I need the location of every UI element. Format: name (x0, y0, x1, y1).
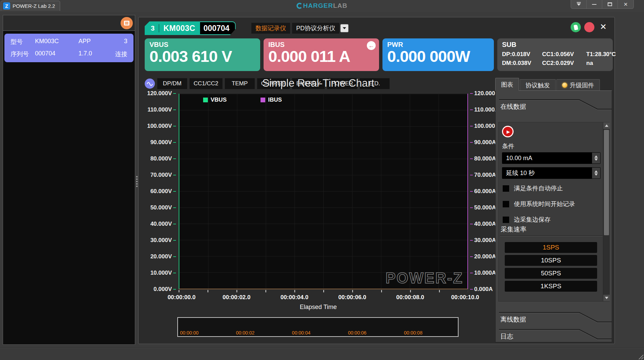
layout-grid-button[interactable] (584, 22, 594, 32)
legend-item-vbus[interactable]: VBUS (203, 97, 227, 103)
minimize-button[interactable] (587, 0, 602, 8)
sub-values: DP:0.018V CC1:0.056V T1:28.30°C DM:0.038… (502, 50, 609, 68)
x-axis-ticks (179, 290, 468, 292)
chart-tab[interactable]: TEMP (225, 78, 255, 89)
tick-mark (173, 240, 176, 241)
chart-tab[interactable]: CHARGE (257, 78, 290, 89)
sub-dp: DP:0.018V (502, 50, 542, 59)
scroll-up-button[interactable] (603, 122, 610, 129)
minimize-icon (592, 4, 596, 5)
tab-firmware-upgrade[interactable]: 升级固件 (556, 79, 600, 91)
pd-analyzer-dropdown-button[interactable] (340, 24, 348, 32)
sidebar-splitter[interactable] (136, 15, 138, 345)
export-data-button[interactable] (571, 22, 581, 32)
tab-chart[interactable]: 图表 (495, 78, 519, 91)
maximize-icon (608, 2, 612, 6)
sub-t2: na (586, 59, 616, 68)
tick-mark (173, 142, 176, 143)
device-card[interactable]: 型号 KM003C APP 3 序列号 000704 1.7.0 连接 (4, 34, 133, 62)
chart-plot-area[interactable]: VBUS IBUS POWER-Z (179, 93, 468, 289)
y-axis-label: 0.000A (470, 287, 493, 292)
rate-button-1ksps[interactable]: 1KSPS (505, 281, 597, 292)
tick-mark (173, 93, 176, 94)
rate-button-1sps[interactable]: 1SPS (505, 242, 597, 253)
device-serial-value: 000704 (35, 50, 78, 58)
settings-panel: 图表 协议触发 升级固件 在线数据 ▶ 条件 10.00 mA 延续 10 (495, 78, 612, 342)
y-axis-label: 80.000V (150, 156, 176, 161)
ibus-value: 0.000 011 A (268, 49, 375, 64)
y-axis-right-labels: 120.000A110.000A100.000A90.000A80.000A70… (470, 91, 494, 292)
device-index: 3 (151, 24, 155, 32)
x-axis-label: 00:00:00.0 (167, 294, 195, 301)
tab-pd-analyzer[interactable]: PD协议分析仪 (292, 23, 339, 34)
rate-button-10sps[interactable]: 10SPS (505, 255, 597, 266)
legend-item-ibus[interactable]: IBUS (261, 97, 282, 103)
settings-scrollbar[interactable] (603, 122, 609, 301)
threshold-spinner[interactable] (592, 153, 600, 164)
chart-tab[interactable]: DP/DM (157, 78, 187, 89)
device-list-button[interactable] (121, 17, 133, 29)
duration-input[interactable]: 延续 10 秒 (502, 167, 601, 179)
x-axis-label: 00:00:02.0 (222, 294, 250, 301)
device-list-header (3, 15, 135, 31)
chart-tab[interactable]: ENERGY (292, 78, 325, 89)
spinner-up-icon (594, 154, 598, 158)
tab-protocol-trigger[interactable]: 协议触发 (520, 79, 556, 91)
sub-t1: T1:28.30°C (586, 50, 616, 59)
chart-tab[interactable]: POWER (327, 78, 357, 89)
y-axis-label: 70.000V (150, 172, 176, 178)
tab-data-recorder[interactable]: 数据记录仪 (251, 23, 290, 34)
tick-mark (470, 175, 473, 175)
y-axis-label: 110.000V (147, 107, 176, 113)
checkbox[interactable] (503, 185, 509, 192)
device-model-value: KM003C (35, 38, 78, 46)
checkbox-row[interactable]: 使用系统时间开始记录 (503, 200, 575, 208)
offline-data-section-header[interactable]: 离线数据 (496, 311, 612, 329)
y-axis-label: 30.000A (470, 238, 496, 243)
y-axis-label: 70.000A (470, 172, 496, 178)
y-axis-label: 100.000A (470, 123, 499, 129)
record-start-button[interactable]: ▶ (502, 126, 514, 137)
y-axis-label: 40.000A (470, 221, 496, 227)
device-badge-left: 3 KM003C (145, 21, 200, 35)
device-badge[interactable]: 3 KM003C 000704 (145, 21, 236, 35)
log-section-header[interactable]: 日志 (496, 328, 612, 346)
chargerlab-c-icon (297, 3, 303, 9)
skin-menu-button[interactable] (571, 0, 587, 8)
tick-mark (173, 126, 176, 126)
checkbox-row[interactable]: 满足条件自动停止 (503, 184, 575, 192)
bulb-icon (562, 83, 567, 88)
ibus-meter-card: IBUS ← 0.000 011 A (264, 38, 379, 71)
duration-spinner[interactable] (592, 168, 600, 178)
timeline-label: 00:00:02 (236, 330, 255, 336)
tick-mark (173, 207, 176, 208)
tab-protocol-trigger-label: 协议触发 (525, 81, 550, 89)
condition-label: 条件 (502, 142, 514, 150)
online-data-section-header[interactable]: 在线数据 (496, 98, 612, 116)
close-button[interactable]: ✕ (618, 0, 633, 8)
y-axis-label: 30.000V (150, 238, 176, 243)
rate-button-50sps[interactable]: 50SPS (505, 268, 597, 279)
checkbox[interactable] (503, 217, 509, 223)
chart-tab[interactable]: CC1/CC2 (190, 78, 222, 89)
panel-close-button[interactable]: ✕ (598, 21, 609, 32)
y-axis-label: 20.000A (470, 254, 496, 259)
threshold-input[interactable]: 10.00 mA (502, 152, 601, 164)
x-axis-label: 00:00:04.0 (281, 294, 308, 301)
checkbox-label: 使用系统时间开始记录 (514, 200, 575, 208)
checkbox[interactable] (503, 201, 509, 207)
tick-mark (173, 224, 176, 224)
resize-grip[interactable] (638, 354, 643, 359)
checkbox-row[interactable]: 边采集边保存 (503, 216, 575, 224)
sub-cc1: CC1:0.056V (542, 50, 586, 59)
x-axis-label: 00:00:06.0 (338, 294, 366, 301)
vbus-value: 0.003 610 V (149, 49, 256, 64)
maximize-button[interactable] (602, 0, 618, 8)
waveform-icon[interactable] (145, 79, 155, 89)
scrollbar-thumb[interactable] (604, 130, 609, 235)
y-axis-label: 50.000V (150, 205, 176, 210)
chart-tab[interactable]: E.D. (360, 78, 390, 89)
timeline-overview[interactable]: 00:00:0000:00:0200:00:0400:00:0600:00:08 (177, 317, 459, 337)
tick-mark (470, 109, 473, 110)
scroll-down-button[interactable] (603, 295, 610, 301)
